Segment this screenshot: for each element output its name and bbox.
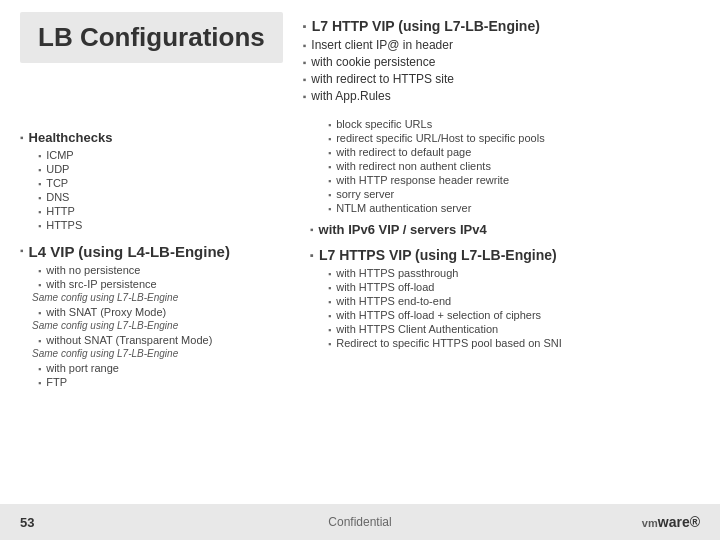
tcp-item: ▪ TCP — [38, 177, 300, 189]
hca-bullet: ▪ — [328, 325, 331, 335]
tcp-bullet: ▪ — [38, 179, 41, 189]
footer: 53 Confidential vmware® — [0, 504, 720, 540]
dns-text: DNS — [46, 191, 69, 203]
http-bullet: ▪ — [38, 207, 41, 217]
with-app-rules: ▪ with App.Rules — [303, 89, 700, 103]
https-passthrough-text: with HTTPS passthrough — [336, 267, 458, 279]
block-urls-text: block specific URLs — [336, 118, 432, 130]
icmp-bullet: ▪ — [38, 151, 41, 161]
redirect-specific-text: redirect specific URL/Host to specific p… — [336, 132, 544, 144]
cookie-persistence-text: with cookie persistence — [311, 55, 435, 69]
hr-bullet: ▪ — [328, 176, 331, 186]
l7-http-header: ▪ L7 HTTP VIP (using L7-LB-Engine) — [303, 18, 700, 34]
https-text: HTTPS — [46, 219, 82, 231]
title-area: LB Configurations — [20, 12, 283, 63]
rna-bullet: ▪ — [328, 162, 331, 172]
note-2: Same config using L7-LB-Engine — [32, 320, 300, 331]
tcp-text: TCP — [46, 177, 68, 189]
redirect-default-item: ▪ with redirect to default page — [328, 146, 700, 158]
https-bullet: ▪ — [38, 221, 41, 231]
dns-bullet: ▪ — [38, 193, 41, 203]
header-bullet: ▪ — [303, 20, 307, 32]
https-e2e-text: with HTTPS end-to-end — [336, 295, 451, 307]
redirect-https-text: with redirect to HTTPS site — [311, 72, 454, 86]
redirect-non-authent-item: ▪ with redirect non authent clients — [328, 160, 700, 172]
ntlm-bullet: ▪ — [328, 204, 331, 214]
healthchecks-label: Healthchecks — [29, 130, 113, 145]
bullet-2: ▪ — [303, 57, 307, 68]
no-snat-item: ▪ without SNAT (Transparent Mode) — [38, 334, 300, 346]
hp-bullet: ▪ — [328, 269, 331, 279]
nosnat-bullet: ▪ — [38, 336, 41, 346]
hoc-bullet: ▪ — [328, 311, 331, 321]
https-e2e-item: ▪ with HTTPS end-to-end — [328, 295, 700, 307]
bullet-1: ▪ — [303, 40, 307, 51]
content-area: ▪ Healthchecks ▪ ICMP ▪ UDP ▪ TCP ▪ DNS … — [0, 114, 720, 504]
sorry-server-item: ▪ sorry server — [328, 188, 700, 200]
port-range-text: with port range — [46, 362, 119, 374]
http-response-text: with HTTP response header rewrite — [336, 174, 509, 186]
l7h-bullet: ▪ — [310, 249, 314, 261]
slide: LB Configurations ▪ L7 HTTP VIP (using L… — [0, 0, 720, 540]
rs-bullet: ▪ — [328, 134, 331, 144]
https-offload-item: ▪ with HTTPS off-load — [328, 281, 700, 293]
https-offload-text: with HTTPS off-load — [336, 281, 434, 293]
hc-bullet: ▪ — [20, 132, 24, 143]
pr-bullet: ▪ — [38, 364, 41, 374]
udp-bullet: ▪ — [38, 165, 41, 175]
rsni-bullet: ▪ — [328, 339, 331, 349]
block-urls-item: ▪ block specific URLs — [328, 118, 700, 130]
right-column: ▪ block specific URLs ▪ redirect specifi… — [310, 114, 700, 504]
he2e-bullet: ▪ — [328, 297, 331, 307]
header-bar: LB Configurations ▪ L7 HTTP VIP (using L… — [0, 0, 720, 114]
dns-item: ▪ DNS — [38, 191, 300, 203]
rd-bullet: ▪ — [328, 148, 331, 158]
bu-bullet: ▪ — [328, 120, 331, 130]
note-1: Same config using L7-LB-Engine — [32, 292, 300, 303]
slide-title: LB Configurations — [38, 22, 265, 53]
udp-item: ▪ UDP — [38, 163, 300, 175]
with-redirect-https: ▪ with redirect to HTTPS site — [303, 72, 700, 86]
icmp-text: ICMP — [46, 149, 74, 161]
ntlm-text: NTLM authentication server — [336, 202, 471, 214]
http-response-item: ▪ with HTTP response header rewrite — [328, 174, 700, 186]
bullet-4: ▪ — [303, 91, 307, 102]
icmp-item: ▪ ICMP — [38, 149, 300, 161]
page-number: 53 — [20, 515, 34, 530]
http-item: ▪ HTTP — [38, 205, 300, 217]
redirect-sni-text: Redirect to specific HTTPS pool based on… — [336, 337, 562, 349]
snat-bullet: ▪ — [38, 308, 41, 318]
https-offload-ciphers-text: with HTTPS off-load + selection of ciphe… — [336, 309, 541, 321]
ho-bullet: ▪ — [328, 283, 331, 293]
ftp-text: FTP — [46, 376, 67, 388]
vmware-logo: vmware® — [642, 514, 700, 530]
confidential-label: Confidential — [328, 515, 391, 529]
ftp-item: ▪ FTP — [38, 376, 300, 388]
redirect-non-authent-text: with redirect non authent clients — [336, 160, 491, 172]
ipv6-bullet: ▪ — [310, 224, 314, 235]
src-ip-item: ▪ with src-IP persistence — [38, 278, 300, 290]
ntlm-item: ▪ NTLM authentication server — [328, 202, 700, 214]
insert-client-ip-text: Insert client IP@ in header — [311, 38, 453, 52]
http-text: HTTP — [46, 205, 75, 217]
snat-item: ▪ with SNAT (Proxy Mode) — [38, 306, 300, 318]
port-range-item: ▪ with port range — [38, 362, 300, 374]
redirect-default-text: with redirect to default page — [336, 146, 471, 158]
healthchecks-header: ▪ Healthchecks — [20, 130, 300, 145]
l7-https-title: L7 HTTPS VIP (using L7-LB-Engine) — [319, 247, 557, 263]
note-3: Same config using L7-LB-Engine — [32, 348, 300, 359]
redirect-specific-item: ▪ redirect specific URL/Host to specific… — [328, 132, 700, 144]
app-rules-text: with App.Rules — [311, 89, 390, 103]
l4-bullet: ▪ — [20, 245, 24, 256]
vm-text: vm — [642, 517, 658, 529]
ftp-bullet: ▪ — [38, 378, 41, 388]
https-client-auth-text: with HTTPS Client Authentication — [336, 323, 498, 335]
top-right-section: ▪ L7 HTTP VIP (using L7-LB-Engine) ▪ Ins… — [303, 12, 700, 106]
with-cookie-persistence: ▪ with cookie persistence — [303, 55, 700, 69]
srcip-bullet: ▪ — [38, 280, 41, 290]
src-ip-text: with src-IP persistence — [46, 278, 156, 290]
l4-vip-text: L4 VIP (using L4-LB-Engine) — [29, 243, 230, 260]
https-offload-ciphers-item: ▪ with HTTPS off-load + selection of cip… — [328, 309, 700, 321]
https-client-auth-item: ▪ with HTTPS Client Authentication — [328, 323, 700, 335]
no-persistence-item: ▪ with no persistence — [38, 264, 300, 276]
